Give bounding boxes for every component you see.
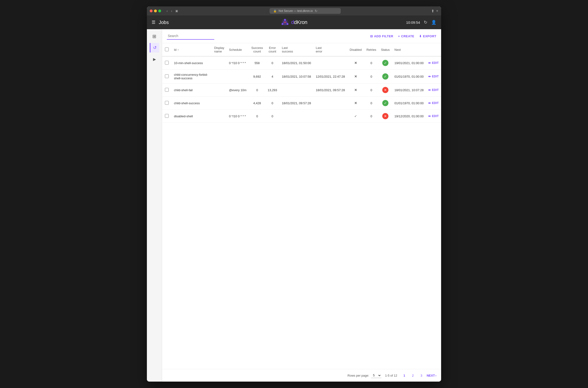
table-row: 10-min-shell-success0 */10 0 * * *558018… <box>162 56 441 70</box>
url-bar[interactable]: 🔒 Not Secure — test.dkron.io ↻ <box>270 8 341 14</box>
row-status: ✕ <box>379 84 392 97</box>
col-schedule[interactable]: Schedule <box>226 43 249 56</box>
refresh-icon[interactable]: ↻ <box>315 9 317 13</box>
row-display-name <box>212 70 226 84</box>
row-retries: 0 <box>364 110 379 123</box>
row-checkbox[interactable] <box>165 61 169 65</box>
row-actions: ✏ EDIT <box>426 56 441 70</box>
disabled-x-icon: ✕ <box>354 88 357 92</box>
row-next: 01/01/1970, 01:00:00 <box>392 70 426 84</box>
add-tab-icon[interactable]: + <box>436 9 438 13</box>
plus-icon: + <box>398 34 400 38</box>
logo-icon <box>281 18 289 26</box>
share-icon[interactable]: ⬆ <box>431 9 434 13</box>
refresh-header-icon[interactable]: ↻ <box>424 20 427 25</box>
row-display-name <box>212 110 226 123</box>
row-error-count: 13,293 <box>265 84 279 97</box>
row-last-error: 18/01/2021, 09:57:28 <box>314 84 347 97</box>
row-success-count: 0 <box>249 110 265 123</box>
row-disabled: ✕ <box>347 84 364 97</box>
select-all-checkbox[interactable] <box>165 48 169 51</box>
table-row: child-shell-success4,428018/01/2021, 09:… <box>162 97 441 110</box>
row-checkbox[interactable] <box>165 114 169 118</box>
col-id[interactable]: Id ↑ <box>172 43 212 56</box>
row-last-error <box>314 97 347 110</box>
pencil-icon: ✏ <box>428 75 431 78</box>
row-actions: ✏ EDIT <box>426 70 441 84</box>
row-checkbox-cell <box>162 97 172 110</box>
chevron-right-icon: › <box>435 374 436 377</box>
row-schedule <box>226 97 249 110</box>
row-checkbox-cell <box>162 110 172 123</box>
row-id: disabled-shell <box>172 110 212 123</box>
sidebar-item-history[interactable]: ↺ <box>150 43 159 52</box>
edit-button[interactable]: ✏ EDIT <box>428 115 439 118</box>
col-success-count[interactable]: Successcount <box>249 43 265 56</box>
user-icon[interactable]: 👤 <box>431 20 436 25</box>
row-id: child-shell-fail <box>172 84 212 97</box>
col-actions <box>426 43 441 56</box>
col-display-name[interactable]: Displayname <box>212 43 226 56</box>
page-1-button[interactable]: 1 <box>401 372 408 379</box>
edit-button[interactable]: ✏ EDIT <box>428 61 439 65</box>
page-2-button[interactable]: 2 <box>409 372 416 379</box>
edit-label: EDIT <box>432 115 439 118</box>
create-button[interactable]: + CREATE <box>398 34 414 38</box>
row-last-success: 18/01/2021, 01:50:00 <box>279 56 314 70</box>
row-last-error <box>314 110 347 123</box>
next-page-button[interactable]: NEXT › <box>427 374 436 377</box>
reader-button[interactable]: ▣ <box>174 9 179 13</box>
col-disabled[interactable]: Disabled <box>347 43 364 56</box>
back-button[interactable]: ‹ <box>165 9 169 13</box>
row-display-name <box>212 56 226 70</box>
row-next: 01/01/1970, 01:00:00 <box>392 97 426 110</box>
header-right: 10:09:54 ↻ 👤 <box>406 20 436 25</box>
col-error-count[interactable]: Errorcount <box>265 43 279 56</box>
export-button[interactable]: ⬇ EXPORT <box>419 34 436 38</box>
rows-per-page-label: Rows per page: <box>348 374 369 377</box>
sidebar: ⊞ ↺ ▶ <box>147 29 162 382</box>
row-last-success: 18/01/2021, 09:57:28 <box>279 97 314 110</box>
status-error-icon: ✕ <box>382 113 388 119</box>
edit-label: EDIT <box>432 75 439 78</box>
edit-button[interactable]: ✏ EDIT <box>428 88 439 92</box>
page-title: Jobs <box>159 20 169 25</box>
maximize-button[interactable] <box>158 9 161 12</box>
forward-button[interactable]: › <box>170 9 174 13</box>
row-last-error: 12/01/2021, 22:47:28 <box>314 70 347 84</box>
row-actions: ✏ EDIT <box>426 110 441 123</box>
svg-point-7 <box>284 22 285 23</box>
hamburger-menu[interactable]: ☰ <box>152 20 156 25</box>
add-filter-button[interactable]: ⊟ ADD FILTER <box>370 34 393 38</box>
search-input[interactable] <box>167 32 214 40</box>
row-retries: 0 <box>364 56 379 70</box>
traffic-lights <box>150 9 161 12</box>
row-checkbox[interactable] <box>165 74 169 78</box>
minimize-button[interactable] <box>154 9 157 12</box>
col-status[interactable]: Status <box>379 43 392 56</box>
row-display-name <box>212 97 226 110</box>
row-checkbox[interactable] <box>165 88 169 92</box>
col-last-success[interactable]: Lastsuccess <box>279 43 314 56</box>
table-row: disabled-shell0 */10 0 * * *00✓0✕19/12/2… <box>162 110 441 123</box>
row-display-name <box>212 84 226 97</box>
status-success-icon: ✓ <box>382 60 388 66</box>
page-3-button[interactable]: 3 <box>418 372 425 379</box>
col-last-error[interactable]: Lasterror <box>314 43 347 56</box>
row-id: 10-min-shell-success <box>172 56 212 70</box>
col-retries[interactable]: Retries <box>364 43 379 56</box>
row-checkbox-cell <box>162 70 172 84</box>
sidebar-item-run[interactable]: ▶ <box>150 54 159 64</box>
close-button[interactable] <box>150 9 153 12</box>
col-next[interactable]: Next <box>392 43 426 56</box>
edit-label: EDIT <box>432 101 439 105</box>
row-actions: ✏ EDIT <box>426 84 441 97</box>
edit-button[interactable]: ✏ EDIT <box>428 101 439 105</box>
edit-button[interactable]: ✏ EDIT <box>428 75 439 78</box>
row-retries: 0 <box>364 97 379 110</box>
row-schedule: @every 10m <box>226 84 249 97</box>
row-checkbox[interactable] <box>165 101 169 105</box>
rows-per-page-select[interactable]: 5 10 25 <box>371 373 381 378</box>
sidebar-item-dashboard[interactable]: ⊞ <box>150 32 159 41</box>
row-success-count: 4,428 <box>249 97 265 110</box>
